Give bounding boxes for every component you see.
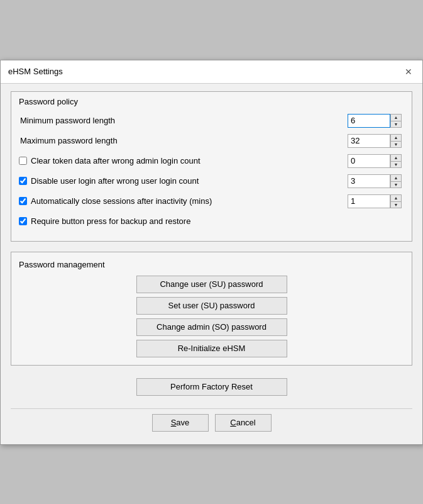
disable-user-label-area: Disable user login after wrong user logi… <box>19 176 348 186</box>
password-management-section: Password management Change user (SU) pas… <box>11 252 412 366</box>
max-password-input[interactable] <box>348 134 390 148</box>
clear-token-up[interactable]: ▲ <box>390 154 402 161</box>
require-button-label-area: Require button press for backup and rest… <box>19 216 348 226</box>
max-password-spinner: ▲ ▼ <box>348 134 404 148</box>
auto-close-label-area: Automatically close sessions after inact… <box>19 196 348 206</box>
disable-user-row: Disable user login after wrong user logi… <box>19 173 404 189</box>
max-password-spinner-buttons: ▲ ▼ <box>390 134 402 148</box>
max-password-up[interactable]: ▲ <box>390 134 402 141</box>
password-buttons-group: Change user (SU) password Set user (SU) … <box>19 276 404 357</box>
set-user-su-password-button[interactable]: Set user (SU) password <box>136 297 287 315</box>
auto-close-spinner: ▲ ▼ <box>348 194 404 208</box>
disable-user-spinner: ▲ ▼ <box>348 174 404 188</box>
min-password-row: Minimum password length ▲ ▼ <box>19 113 404 129</box>
max-password-row: Maximum password length ▲ ▼ <box>19 133 404 149</box>
bottom-buttons: Save Cancel <box>11 408 412 434</box>
cancel-button[interactable]: Cancel <box>215 414 272 432</box>
auto-close-spinner-buttons: ▲ ▼ <box>390 194 402 208</box>
require-button-text: Require button press for backup and rest… <box>31 216 190 226</box>
factory-reset-button[interactable]: Perform Factory Reset <box>136 378 287 396</box>
clear-token-text: Clear token data after wrong admin login… <box>31 156 201 165</box>
require-button-checkbox[interactable] <box>19 217 27 225</box>
reinitialize-ehsm-button[interactable]: Re-Initialize eHSM <box>136 340 287 357</box>
auto-close-text: Automatically close sessions after inact… <box>31 196 212 206</box>
min-password-up[interactable]: ▲ <box>390 114 402 121</box>
clear-token-checkbox[interactable] <box>19 157 27 165</box>
auto-close-down[interactable]: ▼ <box>390 201 402 208</box>
clear-token-spinner-buttons: ▲ ▼ <box>390 154 402 168</box>
disable-user-down[interactable]: ▼ <box>390 181 402 188</box>
save-button[interactable]: Save <box>152 414 209 432</box>
password-policy-label: Password policy <box>19 97 404 106</box>
change-admin-so-password-button[interactable]: Change admin (SO) password <box>136 318 287 336</box>
clear-token-input[interactable] <box>348 154 390 168</box>
clear-token-label-area: Clear token data after wrong admin login… <box>19 156 348 165</box>
clear-token-spinner: ▲ ▼ <box>348 154 404 168</box>
clear-token-down[interactable]: ▼ <box>390 161 402 168</box>
min-password-spinner: ▲ ▼ <box>348 114 404 128</box>
auto-close-input[interactable] <box>348 194 390 208</box>
clear-token-row: Clear token data after wrong admin login… <box>19 153 404 169</box>
dialog-body: Password policy Minimum password length … <box>1 84 422 444</box>
save-underline-char: Save <box>171 418 190 427</box>
disable-user-text: Disable user login after wrong user logi… <box>31 176 199 186</box>
disable-user-up[interactable]: ▲ <box>390 174 402 181</box>
min-password-label: Minimum password length <box>19 116 348 125</box>
min-password-down[interactable]: ▼ <box>390 121 402 128</box>
dialog-window: eHSM Settings ✕ Password policy Minimum … <box>0 60 423 445</box>
min-password-input[interactable] <box>348 114 390 128</box>
auto-close-checkbox[interactable] <box>19 197 27 205</box>
password-management-label: Password management <box>19 260 404 269</box>
factory-reset-area: Perform Factory Reset <box>11 376 412 398</box>
change-user-su-password-button[interactable]: Change user (SU) password <box>136 276 287 293</box>
disable-user-spinner-buttons: ▲ ▼ <box>390 174 402 188</box>
cancel-underline-char: Cancel <box>230 418 255 427</box>
disable-user-checkbox[interactable] <box>19 177 27 185</box>
disable-user-input[interactable] <box>348 174 390 188</box>
max-password-down[interactable]: ▼ <box>390 141 402 148</box>
min-password-spinner-buttons: ▲ ▼ <box>390 114 402 128</box>
close-button[interactable]: ✕ <box>402 65 415 78</box>
require-button-row: Require button press for backup and rest… <box>19 213 404 230</box>
auto-close-row: Automatically close sessions after inact… <box>19 193 404 210</box>
auto-close-up[interactable]: ▲ <box>390 194 402 201</box>
dialog-title: eHSM Settings <box>8 67 63 76</box>
password-policy-section: Password policy Minimum password length … <box>11 91 412 242</box>
title-bar: eHSM Settings ✕ <box>1 60 422 84</box>
max-password-label: Maximum password length <box>19 136 348 145</box>
